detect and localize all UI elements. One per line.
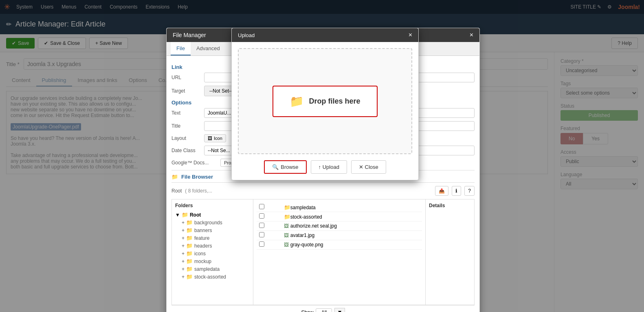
folder-label: sampledata: [194, 266, 220, 272]
expand-icon: +: [182, 243, 185, 249]
show-row: Show ▼: [171, 305, 475, 312]
close-upload-label: ✕ Close: [359, 164, 378, 170]
folder-feature[interactable]: + 📁 feature: [175, 234, 250, 242]
browse-icon: 🔍: [272, 164, 279, 170]
upload-button[interactable]: ↑ Upload: [311, 160, 347, 174]
layout-value: Icon: [214, 136, 222, 141]
folder-label: headers: [194, 243, 212, 249]
file-checkbox[interactable]: [259, 204, 264, 209]
file-manager-close-btn[interactable]: ×: [470, 31, 473, 39]
folder-mockup[interactable]: + 📁 mockup: [175, 257, 250, 265]
folder-icons[interactable]: + 📁 icons: [175, 250, 250, 257]
table-row[interactable]: 🖼authorize.net seal.jpg: [257, 221, 422, 231]
expand-icon: +: [182, 274, 185, 280]
file-checkbox[interactable]: [259, 241, 264, 247]
folder-icon: 📁: [186, 250, 193, 257]
expand-icon: +: [182, 235, 185, 241]
drop-zone-inner: 📁 Drop files here: [273, 86, 377, 117]
file-manager-inner: Folders ▼ 📁 Root + 📁 backgrounds: [171, 199, 475, 305]
folder-sampledata[interactable]: + 📁 sampledata: [175, 265, 250, 273]
layout-label: Layout: [171, 135, 204, 141]
file-name: authorize.net seal.jpg: [290, 223, 337, 229]
root-info-btn[interactable]: ℹ: [452, 186, 461, 196]
folder-label: stock-assorted: [194, 274, 226, 280]
folder-backgrounds[interactable]: + 📁 backgrounds: [175, 219, 250, 226]
root-info: ( 8 folders,...: [185, 188, 212, 194]
folder-headers[interactable]: + 📁 headers: [175, 242, 250, 250]
file-checkbox[interactable]: [259, 213, 264, 219]
folder-icon: 📁: [186, 266, 193, 272]
expand-icon: +: [182, 259, 185, 264]
folder-banners[interactable]: + 📁 banners: [175, 226, 250, 234]
root-info-row: Root ( 8 folders,... 📤 ℹ ?: [171, 186, 475, 196]
file-folder-icon: 📁: [284, 214, 290, 220]
image-icon: 🖼: [284, 223, 289, 229]
root-label: Root: [171, 188, 182, 194]
files-panel: 📁sampledata 📁stock-assorted 🖼authorize.n…: [253, 199, 425, 305]
drop-text: Drop files here: [309, 97, 360, 106]
show-label: Show: [301, 310, 313, 312]
drop-file-icon: 📁: [290, 95, 304, 108]
close-upload-button[interactable]: ✕ Close: [351, 160, 386, 174]
folder-icon: 📁: [186, 274, 193, 280]
file-checkbox[interactable]: [259, 232, 264, 237]
google-docs-label: Google™ Docs...: [171, 160, 220, 166]
expand-icon: +: [182, 228, 185, 233]
root-help-btn[interactable]: ?: [464, 186, 475, 196]
folder-stock-assorted[interactable]: + 📁 stock-assorted: [175, 273, 250, 281]
file-name: gray-quote.png: [290, 242, 323, 248]
table-row[interactable]: 🖼gray-quote.png: [257, 240, 422, 250]
date-class-label: Date Class: [171, 148, 204, 153]
folders-panel: Folders ▼ 📁 Root + 📁 backgrounds: [172, 199, 253, 305]
details-panel: Details: [425, 199, 474, 305]
file-name: stock-assorted: [290, 214, 322, 220]
tab-advanced[interactable]: Advanced: [191, 42, 226, 55]
url-label: URL: [171, 75, 204, 80]
upload-modal-title: Upload: [238, 32, 255, 38]
browse-label: Browse: [281, 164, 298, 170]
layout-icon-option[interactable]: 🖼 Icon: [204, 134, 226, 142]
files-table: 📁sampledata 📁stock-assorted 🖼authorize.n…: [257, 203, 422, 250]
file-checkbox[interactable]: [259, 223, 264, 228]
file-folder-icon: 📁: [284, 204, 290, 210]
text-label: Text: [171, 110, 204, 116]
upload-modal: Upload × 📁 Drop files here 🔍 Browse ↑ Up…: [231, 28, 419, 180]
folder-label: feature: [194, 235, 209, 241]
folder-tree: ▼ 📁 Root + 📁 backgrounds + 📁 bann: [175, 211, 250, 281]
target-label: Target: [171, 88, 204, 94]
image-icon: 🖼: [284, 242, 289, 248]
show-input[interactable]: [316, 308, 332, 312]
expand-icon: +: [182, 251, 185, 257]
upload-buttons: 🔍 Browse ↑ Upload ✕ Close: [238, 160, 412, 174]
folder-label: mockup: [194, 259, 211, 264]
upload-label: ↑ Upload: [319, 164, 339, 170]
browse-button[interactable]: 🔍 Browse: [264, 160, 306, 174]
file-manager-title: File Manager: [173, 32, 206, 38]
folders-title: Folders: [175, 203, 250, 208]
tab-file[interactable]: File: [171, 42, 191, 55]
chevron-down-icon: ▼: [175, 212, 180, 218]
drop-zone[interactable]: 📁 Drop files here: [238, 48, 412, 154]
image-icon: 🖼: [284, 232, 289, 238]
root-upload-btn[interactable]: 📤: [435, 186, 448, 196]
modal-overlay: File Manager × File Advanced Popups Link…: [0, 0, 644, 312]
layout-options: 🖼 Icon: [204, 134, 226, 142]
table-row[interactable]: 📁stock-assorted: [257, 212, 422, 221]
show-arrow-btn[interactable]: ▼: [334, 308, 345, 312]
table-row[interactable]: 🖼avatar1.jpg: [257, 231, 422, 240]
folder-icon: 📁: [186, 258, 193, 264]
root-folder[interactable]: ▼ 📁 Root: [175, 211, 250, 219]
folder-icon: 📁: [186, 219, 193, 226]
expand-icon: +: [182, 220, 185, 226]
upload-modal-close-btn[interactable]: ×: [409, 31, 412, 39]
folder-icon: 📁: [186, 243, 193, 249]
table-row[interactable]: 📁sampledata: [257, 203, 422, 212]
root-folder-icon: 📁: [182, 212, 188, 218]
upload-modal-header: Upload ×: [232, 28, 418, 42]
icon-symbol: 🖼: [208, 136, 212, 141]
fm-title-label: Title: [171, 123, 204, 129]
upload-modal-body: 📁 Drop files here 🔍 Browse ↑ Upload ✕ Cl…: [232, 42, 418, 180]
folder-label: banners: [194, 228, 212, 233]
root-folder-label: Root: [190, 212, 201, 218]
file-name: sampledata: [290, 205, 316, 210]
